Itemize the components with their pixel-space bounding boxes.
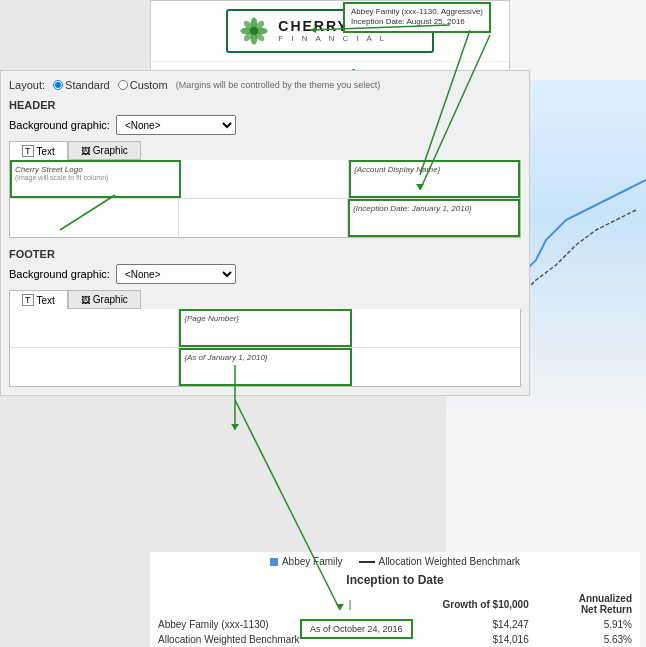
- footer-cell-empty-4[interactable]: [352, 348, 520, 386]
- footer-cell-empty-2[interactable]: [352, 309, 520, 347]
- annotation-account-inception: Abbey Family (xxx-1130, Aggressive) Ince…: [343, 2, 491, 33]
- tab-text-footer[interactable]: T Text: [9, 290, 68, 309]
- logo-financial: F I N A N C I A L: [278, 34, 387, 43]
- layout-row: Layout: Standard Custom (Margins will be…: [9, 79, 521, 91]
- footer-cell-asof[interactable]: {As of January 1, 2010}: [179, 348, 351, 386]
- footer-grid-row-1: {Page Number}: [10, 309, 520, 348]
- footer-cell-page[interactable]: {Page Number}: [179, 309, 351, 347]
- radio-custom[interactable]: Custom: [118, 79, 168, 91]
- header-cell-logo-label: Cherry Street Logo: [15, 165, 176, 174]
- header-bg-select[interactable]: <None>: [116, 115, 236, 135]
- header-cell-empty-2[interactable]: [179, 199, 348, 237]
- radio-custom-input[interactable]: [118, 80, 128, 90]
- tab-graphic-footer-label: Graphic: [93, 294, 128, 305]
- header-cell-account-label: {Account Display Name}: [354, 165, 515, 174]
- layout-label: Layout:: [9, 79, 45, 91]
- header-cell-inception[interactable]: {Inception Date: January 1, 2010}: [348, 199, 520, 237]
- header-cell-logo[interactable]: Cherry Street Logo (image will scale to …: [10, 160, 181, 198]
- footer-cell-empty-1[interactable]: [10, 309, 179, 347]
- footer-grid-row-2: {As of January 1, 2010}: [10, 348, 520, 386]
- footer-section-label: FOOTER: [9, 248, 521, 260]
- tab-text-header-label: Text: [37, 146, 55, 157]
- annotation-account-name: Abbey Family (xxx-1130, Aggressive): [351, 7, 483, 17]
- legend-label-benchmark: Allocation Weighted Benchmark: [379, 556, 521, 567]
- col-name-header: [150, 591, 385, 617]
- header-cell-inception-label: {Inception Date: January 1, 2010}: [353, 204, 515, 213]
- header-grid-row-1: Cherry Street Logo (image will scale to …: [10, 160, 520, 199]
- tab-text-footer-label: Text: [37, 295, 55, 306]
- chart-legend: Abbey Family Allocation Weighted Benchma…: [150, 552, 640, 571]
- legend-line-benchmark: [359, 561, 375, 563]
- row-abbey-return: 5.91%: [537, 617, 640, 632]
- flower-icon: [238, 15, 270, 47]
- footer-cell-page-label: {Page Number}: [184, 314, 346, 323]
- row-benchmark-return: 5.63%: [537, 632, 640, 647]
- footer-bg-label: Background graphic:: [9, 268, 110, 280]
- graphic-icon: 🖼: [81, 146, 90, 156]
- layout-hint: (Margins will be controlled by the theme…: [176, 80, 381, 90]
- header-section-label: HEADER: [9, 99, 521, 111]
- footer-tabs-row: T Text 🖼 Graphic: [9, 290, 521, 309]
- annotation-as-of-date: As of October 24, 2016: [300, 619, 413, 639]
- tab-graphic-footer[interactable]: 🖼 Graphic: [68, 290, 141, 309]
- as-of-date-text: As of October 24, 2016: [310, 624, 403, 634]
- header-bg-row: Background graphic: <None>: [9, 115, 521, 135]
- text-icon: T: [22, 145, 34, 157]
- layout-panel: Layout: Standard Custom (Margins will be…: [0, 70, 530, 396]
- svg-point-9: [250, 27, 258, 35]
- radio-standard[interactable]: Standard: [53, 79, 110, 91]
- custom-label: Custom: [130, 79, 168, 91]
- header-grid: Cherry Street Logo (image will scale to …: [9, 160, 521, 238]
- annotation-inception-date: Inception Date: August 25, 2016: [351, 17, 483, 27]
- standard-label: Standard: [65, 79, 110, 91]
- graphic-icon-footer: 🖼: [81, 295, 90, 305]
- header-cell-account[interactable]: {Account Display Name}: [349, 160, 520, 198]
- header-grid-row-2: {Inception Date: January 1, 2010}: [10, 199, 520, 237]
- text-icon-footer: T: [22, 294, 34, 306]
- tab-graphic-header[interactable]: 🖼 Graphic: [68, 141, 141, 160]
- header-cell-empty-1[interactable]: [10, 199, 179, 237]
- legend-abbey: Abbey Family: [270, 556, 343, 567]
- col-return-header: AnnualizedNet Return: [537, 591, 640, 617]
- col-growth-header: Growth of $10,000: [385, 591, 537, 617]
- legend-square-abbey: [270, 558, 278, 566]
- tab-graphic-header-label: Graphic: [93, 145, 128, 156]
- legend-label-abbey: Abbey Family: [282, 556, 343, 567]
- footer-cell-empty-3[interactable]: [10, 348, 179, 386]
- footer-bg-row: Background graphic: <None>: [9, 264, 521, 284]
- header-cell-logo-sub: (image will scale to fit column): [15, 174, 176, 181]
- tab-text-header[interactable]: T Text: [9, 141, 68, 160]
- svg-marker-17: [231, 424, 239, 430]
- header-cell-middle-1[interactable]: [181, 160, 349, 198]
- footer-cell-asof-label: {As of January 1, 2010}: [184, 353, 346, 362]
- footer-bg-select[interactable]: <None>: [116, 264, 236, 284]
- legend-benchmark: Allocation Weighted Benchmark: [359, 556, 521, 567]
- header-bg-label: Background graphic:: [9, 119, 110, 131]
- header-tabs-row: T Text 🖼 Graphic: [9, 141, 521, 160]
- footer-grid: {Page Number} {As of January 1, 2010}: [9, 309, 521, 387]
- radio-standard-input[interactable]: [53, 80, 63, 90]
- chart-section-title: Inception to Date: [150, 571, 640, 591]
